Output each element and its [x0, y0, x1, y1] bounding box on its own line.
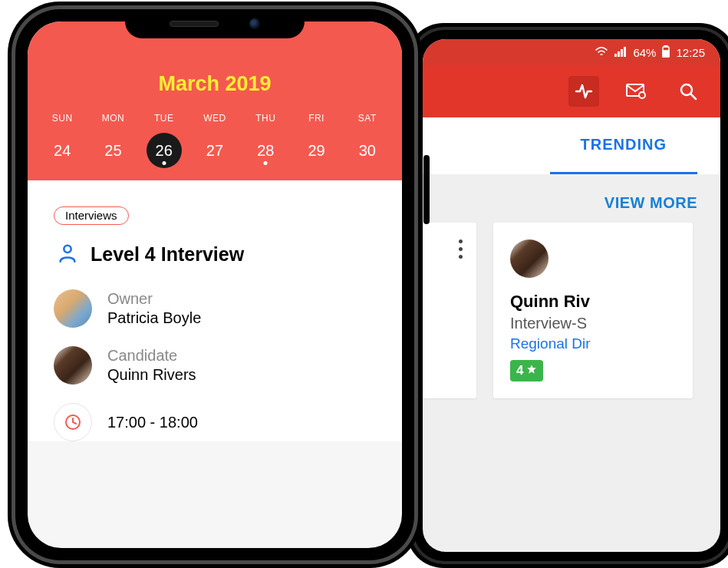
event-time: 17:00 - 18:00	[107, 413, 198, 432]
calendar-header: March 2019 SUN MON TUE WED THU FRI SAT 2…	[28, 21, 402, 180]
android-device: 64% 12:25 TRENDING	[407, 23, 728, 568]
calendar-day[interactable]: 27	[197, 133, 232, 168]
svg-rect-5	[664, 45, 667, 47]
calendar-day-labels: SUN MON TUE WED THU FRI SAT	[28, 113, 402, 124]
clock-icon	[54, 403, 92, 441]
event-detail: Interviews Level 4 Interview Owner Patri…	[28, 180, 402, 441]
section-header: VIEW MORE	[423, 174, 720, 223]
more-icon[interactable]	[459, 239, 463, 259]
signal-icon	[614, 46, 627, 59]
candidate-card[interactable]: Quinn Riv Interview-S Regional Dir 4	[493, 223, 693, 398]
calendar-day[interactable]: 24	[44, 133, 80, 168]
calendar-month-title[interactable]: March 2019	[28, 72, 402, 96]
owner-role-label: Owner	[107, 289, 201, 309]
svg-rect-2	[621, 49, 623, 57]
event-title: Level 4 Interview	[91, 243, 244, 266]
calendar-date-row: 24 25 26 27 28 29 30	[28, 133, 402, 179]
card-name: Quinn Riv	[510, 292, 676, 312]
day-label: FRI	[299, 113, 334, 124]
iphone-device: March 2019 SUN MON TUE WED THU FRI SAT 2…	[8, 2, 422, 568]
day-label: TUE	[147, 113, 182, 124]
avatar	[54, 346, 92, 385]
calendar-day-selected[interactable]: 26	[147, 133, 182, 168]
svg-rect-1	[618, 51, 620, 57]
android-screen: 64% 12:25 TRENDING	[423, 39, 720, 552]
candidate-row[interactable]: Candidate Quinn Rivers	[54, 346, 376, 385]
speaker-grille	[170, 21, 219, 27]
card-status: Interview-S	[510, 315, 676, 332]
svg-rect-3	[624, 47, 626, 57]
wifi-icon	[595, 46, 608, 59]
avatar	[510, 239, 548, 278]
day-label: SUN	[44, 113, 80, 124]
rating-badge: 4	[510, 360, 543, 381]
calendar-day[interactable]: 30	[350, 133, 385, 168]
day-label: WED	[197, 113, 232, 124]
status-time: 12:25	[676, 46, 705, 59]
candidate-role-label: Candidate	[107, 346, 196, 365]
owner-row[interactable]: Owner Patricia Boyle	[54, 289, 376, 328]
battery-percent: 64%	[633, 46, 656, 59]
tab-trending[interactable]: TRENDING	[550, 117, 697, 174]
activity-icon[interactable]	[568, 76, 599, 107]
rating-value: 4	[516, 363, 523, 378]
view-more-link[interactable]: VIEW MORE	[604, 194, 697, 211]
owner-name: Patricia Boyle	[107, 309, 201, 328]
day-label: THU	[248, 113, 283, 124]
card-row: duled Quinn Riv Interview-S Regional Dir…	[423, 223, 720, 398]
candidate-card-partial[interactable]: duled	[423, 223, 476, 398]
time-row: 17:00 - 18:00	[54, 403, 376, 441]
calendar-day[interactable]: 28	[248, 133, 283, 168]
day-label: SAT	[350, 113, 385, 124]
android-toolbar	[423, 65, 720, 117]
card-link[interactable]: Regional Dir	[510, 335, 676, 352]
avatar	[54, 289, 92, 328]
event-tag[interactable]: Interviews	[54, 206, 129, 225]
svg-point-12	[64, 246, 71, 253]
calendar-day[interactable]: 29	[299, 133, 334, 168]
svg-marker-11	[528, 365, 537, 374]
candidate-name: Quinn Rivers	[107, 365, 196, 385]
star-icon	[526, 363, 537, 378]
battery-icon	[662, 45, 670, 60]
person-icon	[57, 242, 78, 266]
svg-line-10	[690, 94, 696, 99]
iphone-notch	[125, 9, 305, 38]
svg-rect-0	[614, 54, 617, 57]
search-icon[interactable]	[673, 76, 703, 107]
iphone-screen: March 2019 SUN MON TUE WED THU FRI SAT 2…	[28, 21, 402, 548]
mail-icon[interactable]	[621, 76, 651, 107]
android-status-bar: 64% 12:25	[423, 39, 720, 65]
day-label: MON	[95, 113, 130, 124]
svg-rect-6	[663, 51, 669, 57]
android-tabs: TRENDING	[423, 117, 720, 174]
svg-point-8	[639, 92, 645, 98]
front-camera	[249, 18, 260, 29]
calendar-day[interactable]: 25	[95, 133, 130, 168]
card-status-fragment: duled	[423, 307, 460, 325]
